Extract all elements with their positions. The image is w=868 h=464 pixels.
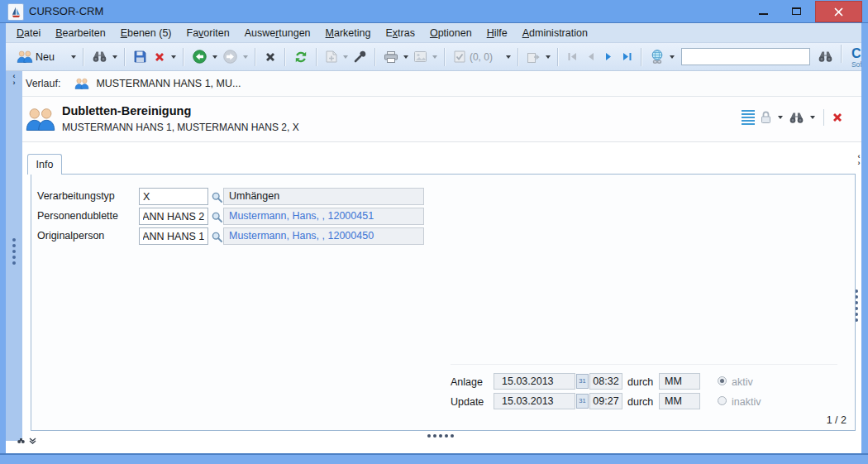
nav-first-button[interactable] bbox=[565, 50, 580, 64]
back-dropdown-caret[interactable] bbox=[212, 55, 217, 59]
nav-prev-button[interactable] bbox=[583, 50, 599, 64]
lock-dropdown-caret[interactable] bbox=[778, 116, 783, 119]
header-actions bbox=[742, 109, 843, 126]
quick-search-input[interactable] bbox=[681, 48, 810, 65]
menu-item-optionen[interactable]: Optionen bbox=[422, 27, 479, 39]
history-entry-text: MUSTERMANN HANS 1, MU... bbox=[96, 78, 241, 89]
toolbar-separator bbox=[284, 48, 286, 66]
lookup-magnifier-icon[interactable] bbox=[212, 231, 222, 246]
menu-item-extras[interactable]: Extras bbox=[378, 27, 422, 39]
page-subtitle: MUSTERMANN HANS 1, MUSTERMANN HANS 2, X bbox=[62, 122, 299, 133]
new-dropdown-caret[interactable] bbox=[71, 55, 76, 59]
collapse-left-control[interactable]: ‹› bbox=[6, 73, 22, 86]
toolbar-separator bbox=[124, 48, 126, 66]
prev-record-icon bbox=[585, 51, 596, 62]
nav-last-button[interactable] bbox=[619, 50, 635, 64]
update-durch-label: durch bbox=[627, 394, 653, 410]
originalperson-link[interactable]: Mustermann, Hans, , 12000450 bbox=[223, 227, 424, 245]
list-menu-icon[interactable] bbox=[742, 110, 755, 125]
image-button[interactable] bbox=[412, 50, 429, 64]
update-time-field: 09:27 bbox=[589, 393, 622, 409]
search-dropdown-caret[interactable] bbox=[112, 55, 117, 59]
lookup-magnifier-icon[interactable] bbox=[212, 211, 222, 226]
radio-inaktiv[interactable] bbox=[718, 396, 727, 405]
minimize-button[interactable] bbox=[748, 0, 778, 22]
printer-icon bbox=[384, 51, 398, 63]
dock-mini-icon[interactable] bbox=[17, 433, 25, 447]
anlage-time-field: 08:32 bbox=[589, 373, 622, 390]
personendublette-input[interactable] bbox=[139, 208, 208, 225]
tools-button[interactable] bbox=[351, 49, 369, 65]
forward-dropdown-caret[interactable] bbox=[243, 55, 248, 59]
calendar-icon[interactable]: 31 bbox=[576, 374, 589, 389]
close-icon bbox=[834, 7, 843, 17]
tab-info[interactable]: Info bbox=[27, 154, 62, 175]
print-button[interactable] bbox=[382, 50, 400, 65]
cancel-button[interactable] bbox=[262, 50, 279, 65]
export-dropdown-caret[interactable] bbox=[546, 55, 551, 59]
close-button[interactable] bbox=[815, 1, 862, 22]
new-button-label: Neu bbox=[36, 51, 55, 63]
first-record-icon bbox=[567, 51, 578, 62]
menu-item-auswertungen[interactable]: Auswertungen bbox=[237, 27, 318, 39]
left-splitter-handle[interactable] bbox=[12, 238, 16, 265]
validate-button[interactable]: (0, 0) bbox=[451, 49, 497, 65]
anlage-user-field: MM bbox=[659, 373, 700, 390]
save-button[interactable] bbox=[131, 49, 149, 65]
maximize-button[interactable] bbox=[782, 0, 810, 22]
forward-button[interactable] bbox=[221, 48, 240, 65]
image-dropdown-caret[interactable] bbox=[432, 55, 437, 59]
quick-search-go-button[interactable] bbox=[816, 50, 835, 64]
lookup-magnifier-icon[interactable] bbox=[212, 191, 222, 206]
title-bar: CURSOR-CRM bbox=[0, 0, 868, 23]
red-x-icon bbox=[154, 51, 165, 63]
history-entry[interactable]: MUSTERMANN HANS 1, MU... bbox=[74, 78, 241, 89]
collapse-down-mini-icon[interactable] bbox=[29, 433, 36, 447]
update-date-field: 15.03.2013 bbox=[494, 393, 575, 409]
print-dropdown-caret[interactable] bbox=[403, 55, 408, 59]
field-label-personendublette: Personendublette bbox=[37, 208, 118, 225]
menu-item-marketing[interactable]: Marketing bbox=[318, 27, 379, 39]
menu-item-ebenen[interactable]: Ebenen (5) bbox=[113, 27, 179, 39]
update-label: Update bbox=[451, 394, 484, 410]
globe-icon bbox=[651, 50, 664, 64]
person-pair-icon bbox=[74, 78, 89, 89]
header-search-dropdown-caret[interactable] bbox=[810, 116, 815, 119]
last-record-icon bbox=[622, 51, 632, 62]
info-panel: Verarbeitungstyp Umhängen Personendublet… bbox=[31, 174, 856, 431]
copy-new-dropdown-caret[interactable] bbox=[343, 55, 348, 59]
forward-circle-icon bbox=[223, 50, 237, 64]
verarbeitungstyp-input[interactable] bbox=[139, 188, 208, 205]
image-icon bbox=[414, 51, 427, 62]
back-button[interactable] bbox=[190, 48, 209, 65]
copy-new-button[interactable] bbox=[323, 49, 340, 65]
close-record-icon[interactable] bbox=[832, 112, 843, 123]
global-search-button[interactable] bbox=[648, 48, 666, 65]
validate-dropdown-caret[interactable] bbox=[506, 55, 511, 59]
bottom-splitter-handle[interactable] bbox=[427, 434, 454, 438]
menu-item-bearbeiten[interactable]: Bearbeiten bbox=[48, 27, 112, 39]
lock-icon[interactable] bbox=[761, 111, 771, 124]
search-button[interactable] bbox=[90, 50, 109, 64]
menu-item-administration[interactable]: Administration bbox=[515, 27, 595, 39]
binoculars-icon[interactable] bbox=[789, 112, 804, 123]
nav-next-button[interactable] bbox=[601, 50, 617, 64]
black-x-icon bbox=[265, 51, 276, 63]
anlage-label: Anlage bbox=[451, 374, 483, 390]
export-button[interactable] bbox=[525, 50, 542, 65]
originalperson-input[interactable] bbox=[139, 227, 208, 245]
menu-item-favoriten[interactable]: Favoriten bbox=[179, 27, 237, 39]
delete-dropdown-caret[interactable] bbox=[171, 55, 176, 59]
menu-item-datei[interactable]: Datei bbox=[9, 27, 48, 39]
new-button[interactable]: Neu bbox=[14, 49, 57, 65]
window-title: CURSOR-CRM bbox=[29, 5, 103, 17]
calendar-icon[interactable]: 31 bbox=[576, 394, 589, 409]
personendublette-link[interactable]: Mustermann, Hans, , 12000451 bbox=[223, 208, 424, 225]
radio-inaktiv-label: inaktiv bbox=[732, 394, 761, 410]
audit-separator bbox=[451, 364, 837, 365]
refresh-button[interactable] bbox=[292, 49, 310, 65]
menu-item-hilfe[interactable]: Hilfe bbox=[479, 27, 515, 39]
global-search-dropdown-caret[interactable] bbox=[670, 55, 675, 59]
radio-aktiv[interactable] bbox=[718, 376, 727, 385]
delete-button[interactable] bbox=[151, 50, 168, 65]
